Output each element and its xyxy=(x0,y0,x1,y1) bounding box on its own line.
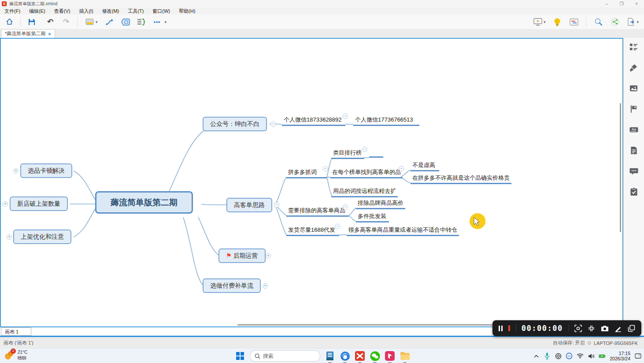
export-dropdown-icon[interactable]: ▾ xyxy=(637,20,639,24)
browser-app-icon[interactable] xyxy=(340,351,350,361)
collapse-toggle[interactable]: − xyxy=(270,122,276,127)
file-explorer-icon[interactable] xyxy=(400,351,410,361)
collapse-toggle[interactable]: − xyxy=(274,202,279,207)
weather-widget[interactable]: 2 21°C 晴朗 xyxy=(4,349,27,361)
export-icon[interactable]: ▾ xyxy=(627,18,639,26)
timeline-panel-icon[interactable] xyxy=(569,17,579,27)
notification-icon[interactable]: z xyxy=(634,352,641,359)
collapse-toggle[interactable]: − xyxy=(323,166,328,171)
tray-chevron-icon[interactable] xyxy=(533,352,540,359)
theme-dropdown-icon[interactable]: ▾ xyxy=(96,20,98,24)
xmind-app-icon[interactable] xyxy=(355,351,365,361)
mindmap-node-xuanpin[interactable]: 选品卡顿解决 xyxy=(20,163,72,178)
tray-app1-icon[interactable] xyxy=(555,352,562,359)
presentation-icon[interactable]: ▾ xyxy=(533,18,546,26)
outline-panel-icon[interactable] xyxy=(629,42,638,51)
lightbulb-icon[interactable] xyxy=(552,17,562,27)
summary-icon[interactable] xyxy=(137,17,146,27)
mindmap-node-shangjia[interactable]: 上架优化和注意 xyxy=(13,230,71,244)
format-brush-icon[interactable] xyxy=(629,63,638,72)
expand-toggle[interactable]: + xyxy=(13,168,19,174)
collapse-toggle[interactable]: − xyxy=(362,147,367,152)
vertical-scrollbar[interactable] xyxy=(620,103,621,232)
collapse-toggle[interactable]: − xyxy=(343,204,348,210)
mindmap-node-gaokedan[interactable]: 高客单思路 xyxy=(226,198,272,212)
mindmap-node-pinpai[interactable]: 排除品牌商品高价 xyxy=(356,200,405,209)
taskbar-clock[interactable]: 17:15 2026/3/24 xyxy=(610,351,630,361)
wifi-icon[interactable] xyxy=(577,352,584,359)
close-button[interactable]: × xyxy=(629,0,644,7)
save-icon[interactable] xyxy=(27,17,37,27)
shrink-icon[interactable] xyxy=(588,324,595,332)
mindmap-node-fufei[interactable]: 选做付费补单流 xyxy=(203,278,261,293)
search-icon[interactable] xyxy=(593,17,603,27)
menu-item-edit[interactable]: 编辑(E) xyxy=(25,7,50,15)
collapse-toggle[interactable]: − xyxy=(343,114,348,119)
microphone-icon[interactable] xyxy=(544,352,551,359)
menu-item-help[interactable]: 帮助(H) xyxy=(174,7,200,15)
mindmap-node-xindian[interactable]: 新店破上架数量 xyxy=(10,196,68,211)
marker-flag-icon[interactable] xyxy=(629,104,638,113)
redo-icon[interactable]: ↷ xyxy=(61,17,71,27)
minimize-button[interactable]: – xyxy=(599,0,614,7)
share-icon[interactable] xyxy=(610,17,620,27)
mindmap-canvas[interactable]: 薅流简单版第二期 公众号：绅白不白 选品卡顿解决 新店破上架数量 上架优化和注意… xyxy=(0,38,623,327)
notes-app-icon[interactable] xyxy=(325,351,335,361)
menu-item-view[interactable]: 查看(V) xyxy=(50,7,75,15)
mindmap-node-queshi[interactable]: 在拼多多不许高就是这个品确实价格贵 xyxy=(411,174,511,184)
mindmap-node-yongpin[interactable]: 用品的词按远程流程去扩 xyxy=(331,188,398,197)
expand-toggle[interactable]: + xyxy=(263,283,268,289)
mindmap-node-empty-child[interactable] xyxy=(369,156,383,158)
comment-icon[interactable] xyxy=(629,167,638,175)
mindmap-node-yunshu[interactable]: 很多高客单商品重量或者运输不适合中转仓 xyxy=(347,226,459,236)
mindmap-node-paichu[interactable]: 需要排除的高客单商品 xyxy=(286,207,349,217)
more-dropdown-icon[interactable]: ▾ xyxy=(165,20,167,24)
menu-item-file[interactable]: 文件(F) xyxy=(0,7,25,15)
mindmap-node-weixin2[interactable]: 个人微信17736766513 xyxy=(353,116,419,126)
maximize-button[interactable]: ❐ xyxy=(614,0,629,7)
zoom-region-icon[interactable] xyxy=(574,324,582,332)
notes-icon[interactable] xyxy=(629,146,638,155)
theme-icon[interactable] xyxy=(85,17,94,27)
menu-item-tools[interactable]: 工具(T) xyxy=(123,7,148,15)
mindmap-node-gongzhonghao[interactable]: 公众号：绅白不白 xyxy=(203,117,267,131)
menu-item-modify[interactable]: 修改(M) xyxy=(98,7,124,15)
collapse-toggle[interactable]: − xyxy=(335,224,340,229)
tab-close-icon[interactable]: × xyxy=(48,31,51,37)
home-icon[interactable] xyxy=(4,17,14,27)
mindmap-node-leimu[interactable]: 类目排行榜 xyxy=(331,149,364,159)
presentation-dropdown-icon[interactable]: ▾ xyxy=(544,20,546,24)
collapse-toggle[interactable]: − xyxy=(399,166,404,171)
mindmap-node-buxugao[interactable]: 不是虚高 xyxy=(411,162,439,171)
mindmap-node-houqi[interactable]: ⚑后期运营 xyxy=(218,248,266,263)
expand-toggle[interactable]: + xyxy=(3,201,8,207)
menu-item-window[interactable]: 窗口(W) xyxy=(148,7,174,15)
tray-app2-icon[interactable]: TV xyxy=(566,352,573,359)
taskbar-search-box[interactable]: 搜索 xyxy=(250,350,320,362)
task-checklist-icon[interactable] xyxy=(629,187,638,196)
mindmap-node-weixin1[interactable]: 个人微信18733628892 xyxy=(282,116,345,126)
camera-icon[interactable] xyxy=(601,324,609,332)
document-tab[interactable]: *薅流简单版第二期 × xyxy=(1,29,55,38)
start-button[interactable] xyxy=(235,351,245,361)
speaker-icon[interactable] xyxy=(588,352,595,359)
pen-icon[interactable] xyxy=(614,324,622,332)
more-icon[interactable]: ••• xyxy=(152,17,162,27)
video-app-icon[interactable] xyxy=(385,351,395,361)
mindmap-node-duojian[interactable]: 多件批发装 xyxy=(356,213,389,222)
wechat-app-icon[interactable] xyxy=(370,351,380,361)
image-icon[interactable] xyxy=(629,84,638,93)
undo-icon[interactable]: ↶ xyxy=(45,17,55,27)
sticker-label-icon[interactable]: Aa xyxy=(629,125,638,134)
mindmap-node-pdd[interactable]: 拼多多抓词 xyxy=(286,169,327,178)
sheet-tab-canvas1[interactable]: 画布 1 xyxy=(1,327,31,336)
expand-toggle[interactable]: + xyxy=(266,253,271,259)
layers-copy-icon[interactable] xyxy=(628,324,635,332)
relationship-icon[interactable] xyxy=(105,17,115,27)
boundary-icon[interactable] xyxy=(121,17,130,27)
stop-button[interactable] xyxy=(508,325,510,331)
mindmap-node-fahuo[interactable]: 发货尽量1688代发 xyxy=(286,226,339,236)
menu-item-insert[interactable]: 插入(I) xyxy=(74,7,97,15)
pause-button[interactable] xyxy=(499,326,503,331)
expand-toggle[interactable]: + xyxy=(7,234,12,240)
